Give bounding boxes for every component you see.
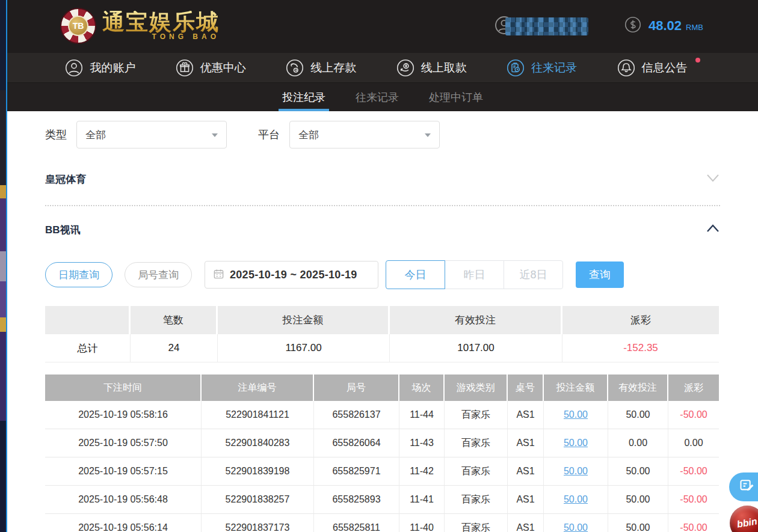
type-select-value: 全部 bbox=[85, 128, 106, 142]
summary-total-payout: -152.35 bbox=[562, 334, 719, 362]
nav-label: 线上取款 bbox=[421, 60, 467, 76]
round-query-button[interactable]: 局号查询 bbox=[125, 262, 192, 287]
bet-amount-link[interactable]: 50.00 bbox=[564, 438, 588, 448]
calendar-icon bbox=[213, 268, 224, 282]
col-round-no: 局号 bbox=[314, 375, 399, 401]
cell-table-no: AS1 bbox=[508, 457, 544, 486]
deposit-icon bbox=[286, 59, 304, 77]
section-crown-sports[interactable]: 皇冠体育 bbox=[45, 170, 720, 188]
cell-valid-bet: 0.00 bbox=[608, 429, 668, 457]
summary-header-payout: 派彩 bbox=[562, 306, 719, 334]
nav-item-transaction-records[interactable]: 往来记录 bbox=[507, 59, 577, 77]
table-row: 2025-10-19 05:56:48 522901838257 6558258… bbox=[45, 486, 719, 514]
feedback-button[interactable] bbox=[729, 472, 758, 501]
note-pencil-icon bbox=[739, 477, 756, 497]
date-range-input[interactable]: 2025-10-19 ~ 2025-10-19 bbox=[205, 261, 378, 289]
section-title: 皇冠体育 bbox=[45, 173, 86, 186]
summary-total-label: 总计 bbox=[45, 334, 131, 362]
page: TB 通宝娱乐城 TONG BAO bbox=[0, 0, 758, 532]
bet-records-table: 下注时间 注单编号 局号 场次 游戏类别 桌号 投注金额 有效投注 派彩 202… bbox=[45, 375, 719, 532]
bet-amount-link[interactable]: 50.00 bbox=[564, 522, 588, 532]
type-select[interactable]: 全部 bbox=[76, 121, 227, 148]
cell-round-no: 655826137 bbox=[314, 401, 399, 429]
table-row: 2025-10-19 05:57:15 522901839198 6558259… bbox=[45, 457, 719, 486]
cell-session: 11-41 bbox=[399, 486, 445, 514]
tab-transaction-records[interactable]: 往来记录 bbox=[356, 83, 399, 111]
user-icon bbox=[65, 59, 83, 77]
site-logo[interactable]: TB 通宝娱乐城 TONG BAO bbox=[60, 8, 220, 44]
logo-title-cn: 通宝娱乐城 bbox=[102, 11, 220, 34]
topbar: TB 通宝娱乐城 TONG BAO bbox=[7, 0, 758, 53]
bet-amount-link[interactable]: 50.00 bbox=[564, 409, 588, 420]
cell-game-type: 百家乐 bbox=[445, 401, 508, 429]
cell-round-no: 655826064 bbox=[314, 429, 399, 457]
platform-select[interactable]: 全部 bbox=[289, 121, 440, 148]
tab-bet-records[interactable]: 投注纪录 bbox=[282, 83, 325, 111]
nav-item-deposit[interactable]: 线上存款 bbox=[286, 59, 356, 77]
cell-round-no: 655825811 bbox=[314, 514, 399, 532]
summary-header-bet: 投注金额 bbox=[218, 306, 390, 334]
records-icon bbox=[507, 59, 525, 77]
nav-item-withdraw[interactable]: 线上取款 bbox=[396, 59, 467, 77]
cell-order-no: 522901840283 bbox=[202, 429, 314, 457]
cell-table-no: AS1 bbox=[508, 486, 544, 514]
bet-amount-link[interactable]: 50.00 bbox=[564, 494, 588, 505]
col-game-type: 游戏类别 bbox=[445, 375, 508, 401]
page-edge-line bbox=[6, 0, 7, 532]
cell-valid-bet: 50.00 bbox=[608, 401, 668, 429]
search-button[interactable]: 查询 bbox=[576, 261, 624, 288]
summary-header-row: 笔数 投注金额 有效投注 派彩 bbox=[45, 306, 719, 334]
col-order-no: 注单编号 bbox=[202, 375, 314, 401]
table-row: 2025-10-19 05:58:16 522901841121 6558261… bbox=[45, 401, 719, 429]
cell-bet-time: 2025-10-19 05:56:14 bbox=[45, 514, 202, 532]
cell-payout: -50.00 bbox=[668, 401, 719, 429]
cell-session: 11-44 bbox=[399, 401, 445, 429]
table-header-row: 下注时间 注单编号 局号 场次 游戏类别 桌号 投注金额 有效投注 派彩 bbox=[45, 375, 719, 401]
bet-amount-link[interactable]: 50.00 bbox=[564, 466, 588, 477]
cell-round-no: 655825971 bbox=[314, 457, 399, 486]
content: 类型 全部 平台 全部 皇冠体育 bbox=[7, 121, 758, 532]
platform-filter-label: 平台 bbox=[258, 127, 280, 142]
cell-table-no: AS1 bbox=[508, 429, 544, 457]
date-query-button[interactable]: 日期查询 bbox=[45, 262, 112, 287]
summary-total-bet: 1167.00 bbox=[218, 334, 390, 362]
nav-label: 线上存款 bbox=[310, 60, 356, 76]
table-row: 2025-10-19 05:56:14 522901837173 6558258… bbox=[45, 514, 719, 532]
nav-item-announcements[interactable]: 信息公告 bbox=[617, 59, 700, 77]
cell-session: 11-40 bbox=[399, 514, 445, 532]
nav-label: 往来记录 bbox=[531, 60, 577, 76]
chevron-up-icon[interactable] bbox=[706, 224, 720, 236]
main-nav: 我的账户 优惠中心 bbox=[7, 53, 758, 83]
user-account[interactable] bbox=[495, 16, 588, 37]
balance-amount: 48.02 bbox=[649, 18, 682, 34]
tab-pending-orders[interactable]: 处理中订单 bbox=[429, 83, 483, 111]
yesterday-button[interactable]: 昨日 bbox=[445, 260, 504, 289]
col-payout: 派彩 bbox=[668, 375, 719, 401]
last8days-button[interactable]: 近8日 bbox=[504, 260, 563, 289]
summary-table: 笔数 投注金额 有效投注 派彩 总计 24 1167.00 1017.00 -1… bbox=[45, 306, 719, 362]
balance-currency: RMB bbox=[686, 23, 703, 32]
page-body: TB 通宝娱乐城 TONG BAO bbox=[7, 0, 758, 532]
username-redacted bbox=[505, 17, 588, 35]
today-button[interactable]: 今日 bbox=[386, 260, 445, 289]
money-icon bbox=[624, 16, 641, 35]
col-bet-amount: 投注金额 bbox=[544, 375, 608, 401]
cell-valid-bet: 50.00 bbox=[608, 486, 668, 514]
cell-game-type: 百家乐 bbox=[445, 457, 508, 486]
nav-item-my-account[interactable]: 我的账户 bbox=[65, 59, 135, 77]
section-bb-video[interactable]: BB视讯 bbox=[45, 221, 720, 239]
chevron-down-icon[interactable] bbox=[706, 173, 720, 185]
summary-header-valid: 有效投注 bbox=[390, 306, 562, 334]
col-table-no: 桌号 bbox=[508, 375, 544, 401]
platform-filter-group: 平台 全部 bbox=[258, 121, 440, 148]
summary-header-count: 笔数 bbox=[131, 306, 218, 334]
date-range-value: 2025-10-19 ~ 2025-10-19 bbox=[230, 269, 357, 281]
cell-order-no: 522901837173 bbox=[202, 514, 314, 532]
cell-bet-time: 2025-10-19 05:56:48 bbox=[45, 486, 202, 514]
sub-tabs: 投注纪录 往来记录 处理中订单 bbox=[7, 83, 758, 111]
nav-label: 信息公告 bbox=[642, 60, 688, 76]
cell-game-type: 百家乐 bbox=[445, 514, 508, 532]
nav-item-promotions[interactable]: 优惠中心 bbox=[176, 59, 246, 77]
withdraw-icon bbox=[396, 59, 414, 77]
balance[interactable]: 48.02 RMB bbox=[624, 16, 703, 35]
